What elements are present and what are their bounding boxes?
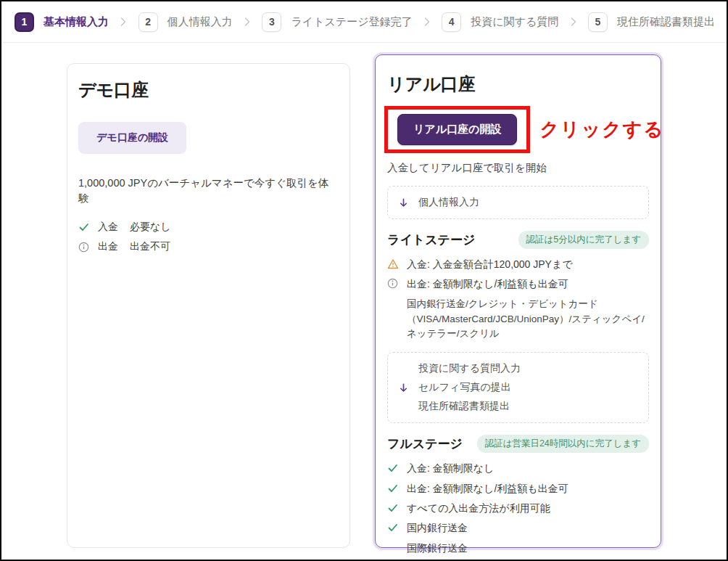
next-step-box: 個人情報入力: [387, 186, 649, 219]
demo-description: 1,000,000 JPYのバーチャルマネーで今すぐ取引を体験: [78, 176, 339, 206]
stage-item-text: 国内銀行送金: [407, 520, 468, 535]
light-stage-header: ライトステージ 認証は5分以内に完了します: [387, 231, 649, 249]
stepper-step-4: 4 投資に関する質問: [442, 12, 558, 32]
check-icon: [387, 481, 407, 494]
stage-item-text: 出金: 金額制限なし/利益額も出金可: [407, 277, 568, 291]
demo-card-title: デモ口座: [78, 78, 339, 102]
stepper-step-2: 2 個人情報入力: [138, 12, 233, 32]
step-number-badge: 1: [15, 12, 34, 32]
feature-label: 入金: [98, 221, 118, 234]
list-item: セルフィ写真の提出: [398, 378, 638, 397]
check-icon: [387, 520, 407, 533]
list-item: 出金 出金不可: [78, 240, 339, 253]
stepper-step-3: 3 ライトステージ登録完了: [262, 12, 412, 32]
stage-item-text: 国際銀行送金: [407, 541, 468, 555]
verification-time-badge: 認証は営業日24時間以内に完了します: [477, 435, 649, 453]
step-label: 投資に関する質問: [471, 15, 558, 29]
check-icon: [387, 501, 407, 514]
list-item: 出金: 金額制限なし/利益額も出金可: [387, 481, 649, 496]
step-label: 基本情報入力: [44, 15, 109, 29]
step-number-badge: 4: [442, 12, 461, 32]
icon-spacer: [387, 541, 407, 542]
feature-label: 出金: [98, 240, 118, 253]
stage-item-text: 出金: 金額制限なし/利益額も出金可: [407, 481, 568, 496]
check-icon: [78, 221, 98, 233]
stepper-step-1: 1 基本情報入力: [15, 12, 109, 32]
demo-feature-list: 入金 必要なし 出金 出金不可: [78, 221, 339, 253]
step-label: ライトステージ登録完了: [291, 15, 412, 29]
verification-time-badge: 認証は5分以内に完了します: [518, 231, 649, 249]
open-real-account-button[interactable]: リアル口座の開設: [397, 114, 517, 145]
red-highlight-box: リアル口座の開設: [384, 106, 530, 153]
list-item: 出金: 金額制限なし/利益額も出金可: [387, 277, 649, 291]
list-item: 入金: 金額制限なし: [387, 461, 649, 475]
payment-methods-text: 国内銀行送金/クレジット・デビットカード（VISA/MasterCard/JCB…: [407, 297, 649, 343]
step-item-label: 個人情報入力: [418, 196, 479, 209]
list-item: 国際銀行送金: [387, 541, 649, 555]
list-item: 入金 必要なし: [78, 221, 339, 234]
step-item-label: セルフィ写真の提出: [418, 381, 511, 394]
list-item: すべての入出金方法が利用可能: [387, 501, 649, 515]
list-item: 個人情報入力: [398, 193, 638, 212]
list-item: 入金: 入金金額合計120,000 JPYまで: [387, 257, 649, 271]
step-label: 現住所確認書類提出: [617, 15, 715, 29]
list-item: 国内銀行送金: [387, 520, 649, 535]
info-icon: [78, 242, 98, 253]
chevron-right-icon: [120, 17, 126, 26]
full-stage-header: フルステージ 認証は営業日24時間以内に完了します: [387, 435, 649, 453]
feature-value: 出金不可: [130, 240, 170, 253]
light-stage-list: 入金: 入金金額合計120,000 JPYまで 出金: 金額制限なし/利益額も出…: [387, 257, 649, 342]
list-item: 現住所確認書類提出: [398, 397, 638, 416]
chevron-right-icon: [571, 17, 576, 26]
step-number-badge: 3: [262, 12, 281, 32]
feature-value: 必要なし: [130, 221, 171, 234]
full-stage-list: 入金: 金額制限なし 出金: 金額制限なし/利益額も出金可 すべての入出金方法が…: [387, 461, 649, 561]
step-number-badge: 2: [138, 12, 158, 32]
chevron-right-icon: [244, 17, 250, 26]
arrow-down-icon: [398, 197, 418, 208]
info-icon: [387, 277, 407, 289]
real-description: 入金してリアル口座で取引を開始: [387, 160, 649, 176]
stepper-step-5: 5 現住所確認書類提出: [588, 12, 715, 32]
remaining-steps-box: 投資に関する質問入力 セルフィ写真の提出 現住所確認書類提出: [387, 352, 649, 423]
stage-item-text: 入金: 金額制限なし: [407, 461, 494, 475]
chevron-right-icon: [424, 17, 430, 26]
demo-account-card: デモ口座 デモ口座の開設 1,000,000 JPYのバーチャルマネーで今すぐ取…: [67, 63, 350, 548]
account-choice-area: デモ口座 デモ口座の開設 1,000,000 JPYのバーチャルマネーで今すぐ取…: [1, 43, 727, 548]
step-item-label: 投資に関する質問入力: [418, 362, 521, 375]
real-card-title: リアル口座: [387, 73, 649, 96]
list-item: 投資に関する質問入力: [398, 359, 638, 378]
annotation-row: リアル口座の開設 クリックする: [384, 106, 649, 153]
arrow-down-icon: [398, 382, 418, 393]
check-icon: [387, 461, 407, 474]
step-label: 個人情報入力: [167, 15, 233, 29]
step-item-label: 現住所確認書類提出: [418, 400, 510, 413]
light-stage-title: ライトステージ: [387, 232, 475, 248]
page: 1 基本情報入力 2 個人情報入力 3 ライトステージ登録完了 4 投資に関する…: [0, 0, 728, 561]
warning-icon: [387, 257, 407, 270]
real-account-card: リアル口座 リアル口座の開設 クリックする 入金してリアル口座で取引を開始 個人…: [375, 54, 661, 548]
click-here-annotation: クリックする: [539, 117, 664, 142]
stage-item-text: すべての入出金方法が利用可能: [407, 501, 550, 515]
stage-item-text: 入金: 入金金額合計120,000 JPYまで: [407, 257, 573, 271]
open-demo-account-button[interactable]: デモ口座の開設: [78, 122, 186, 154]
stepper: 1 基本情報入力 2 個人情報入力 3 ライトステージ登録完了 4 投資に関する…: [1, 1, 727, 43]
step-number-badge: 5: [588, 12, 608, 32]
full-stage-title: フルステージ: [387, 435, 463, 452]
